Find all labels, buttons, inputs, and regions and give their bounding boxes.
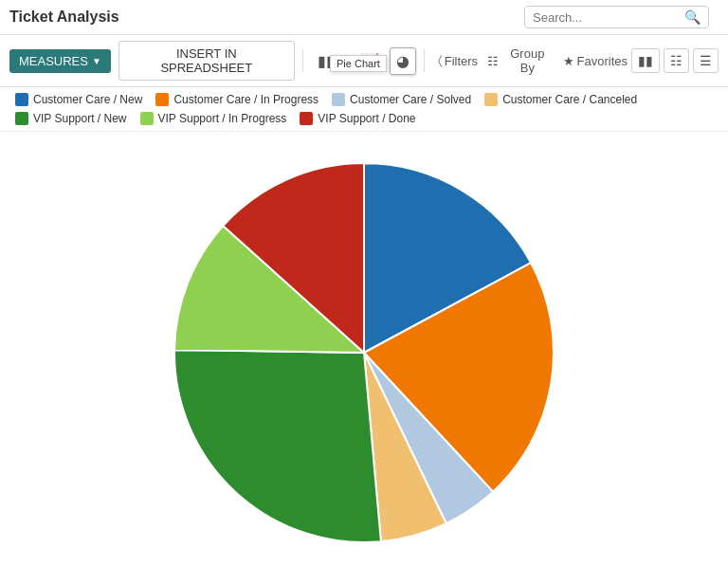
measures-label: MEASURES [19,54,88,68]
measures-arrow-icon: ▼ [92,56,101,66]
legend-item-vip-new: VIP Support / New [15,112,127,125]
groupby-icon: ☷ [487,54,499,68]
filter-icon: 〈 [438,53,442,68]
pie-chart-button[interactable]: ◕ [390,47,416,75]
pie-chart-icon: ◕ [396,53,410,69]
pie-chart [155,154,573,552]
header: Ticket Analysis 🔍 [0,0,728,35]
filters-button[interactable]: 〈 Filters [438,53,478,68]
favorites-button[interactable]: ★ Favorites [563,54,628,68]
legend-label-cc-inprogress: Customer Care / In Progress [173,93,318,106]
pie-chart-tooltip: Pie Chart [330,55,387,72]
legend-swatch-vip-new [15,112,28,125]
measures-button[interactable]: MEASURES ▼ [9,49,111,73]
legend-item-vip-inprogress: VIP Support / In Progress [140,112,287,125]
groupby-button[interactable]: ☷ Group By [487,46,553,75]
insert-spreadsheet-button[interactable]: INSERT IN SPREADSHEET [118,41,295,81]
legend: Customer Care / NewCustomer Care / In Pr… [0,87,728,132]
page-title: Ticket Analysis [9,9,119,26]
view-grid-icon-button[interactable]: ☷ [664,48,689,73]
legend-label-cc-new: Customer Care / New [33,93,142,106]
legend-label-vip-new: VIP Support / New [33,112,127,125]
view-buttons: ▮▮ ☷ ☰ [631,48,719,73]
pie-segment-4[interactable] [174,350,381,542]
toolbar-separator-2 [424,49,425,72]
legend-label-vip-done: VIP Support / Done [318,112,415,125]
legend-label-cc-canceled: Customer Care / Canceled [502,93,637,106]
view-list-icon-button[interactable]: ☰ [693,48,719,73]
legend-swatch-vip-inprogress [140,112,154,125]
toolbar-actions: 〈 Filters ☷ Group By ★ Favorites [438,46,628,75]
legend-swatch-cc-inprogress [155,93,169,106]
chart-area [0,132,728,566]
legend-swatch-cc-canceled [484,93,498,106]
legend-swatch-cc-new [15,93,28,106]
legend-label-vip-inprogress: VIP Support / In Progress [158,112,287,125]
search-icon-button[interactable]: 🔍 [684,9,701,25]
legend-item-cc-new: Customer Care / New [15,93,142,106]
view-bar-icon-button[interactable]: ▮▮ [631,48,660,73]
groupby-label: Group By [501,46,553,75]
legend-item-cc-inprogress: Customer Care / In Progress [155,93,318,106]
filters-label: Filters [445,54,478,68]
toolbar-separator-1 [302,49,303,72]
search-box: 🔍 [524,6,709,28]
legend-swatch-cc-solved [332,93,345,106]
search-input[interactable] [533,10,684,25]
legend-item-vip-done: VIP Support / Done [300,112,415,125]
favorites-label: Favorites [577,54,628,68]
legend-label-cc-solved: Customer Care / Solved [350,93,471,106]
star-icon: ★ [563,54,574,68]
legend-item-cc-solved: Customer Care / Solved [332,93,471,106]
legend-swatch-vip-done [300,112,313,125]
legend-item-cc-canceled: Customer Care / Canceled [484,93,637,106]
